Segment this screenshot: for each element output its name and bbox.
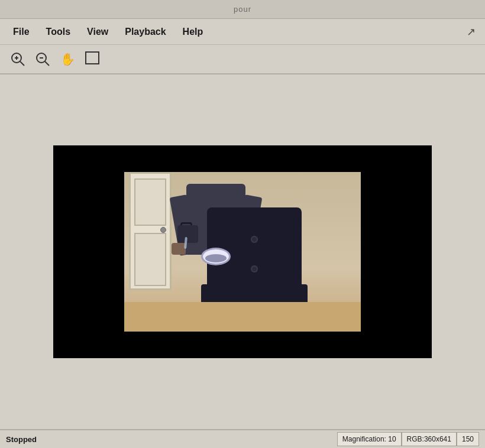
bowl: [201, 248, 231, 265]
scene: [124, 172, 361, 332]
chair-button-2: [252, 267, 257, 271]
door-panel-top: [134, 178, 166, 226]
magnification-field: Magnification: 10: [337, 432, 402, 446]
status-right: Magnification: 10 RGB:360x641 150: [337, 432, 479, 446]
value-field: 150: [457, 432, 479, 446]
title-bar: pour: [0, 0, 485, 19]
zoom-in-icon: [10, 51, 25, 67]
zoom-out-icon: [35, 51, 50, 67]
fit-icon: [85, 51, 100, 67]
app-title: pour: [234, 5, 251, 14]
status-text: Stopped: [6, 435, 337, 444]
bowl-contents: [205, 254, 227, 262]
svg-line-6: [45, 61, 49, 66]
status-bar: Stopped Magnification: 10 RGB:360x641 15…: [0, 429, 485, 448]
svg-line-3: [20, 61, 24, 66]
menu-view[interactable]: View: [79, 23, 117, 41]
floor: [124, 302, 361, 332]
video-frame: [124, 172, 361, 332]
menu-bar: File Tools View Playback Help ↗: [0, 19, 485, 45]
menu-tools[interactable]: Tools: [38, 23, 79, 41]
hand-icon: ✋: [60, 52, 75, 66]
person-hand-left: [172, 243, 186, 255]
restore-button[interactable]: ↗: [462, 23, 480, 41]
rgb-field: RGB:360x641: [402, 432, 457, 446]
menu-help[interactable]: Help: [174, 23, 212, 41]
video-container: [53, 145, 432, 358]
main-content: [0, 74, 485, 429]
menu-playback[interactable]: Playback: [117, 23, 174, 41]
chair-button-1: [252, 237, 257, 242]
menu-file[interactable]: File: [5, 23, 38, 41]
fit-button[interactable]: [82, 48, 103, 70]
door-panel-bottom: [134, 233, 166, 286]
zoom-out-button[interactable]: [32, 48, 53, 70]
door: [129, 172, 172, 290]
door-knob: [160, 227, 166, 233]
pan-button[interactable]: ✋: [57, 48, 78, 70]
toolbar: ✋: [0, 45, 485, 74]
zoom-in-button[interactable]: [7, 48, 28, 70]
svg-rect-7: [86, 52, 99, 64]
